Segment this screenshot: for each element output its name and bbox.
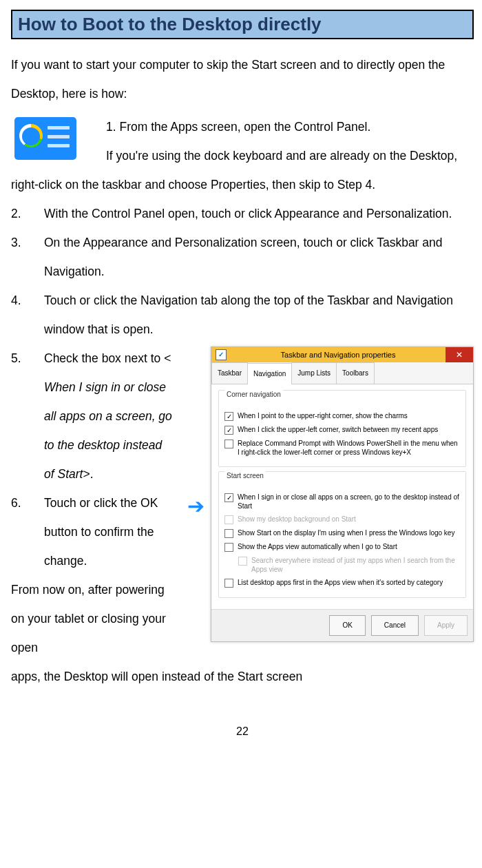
tab-jumplists[interactable]: Jump Lists [291, 362, 337, 384]
group-start-label: Start screen [224, 468, 266, 484]
checkbox-powershell-label: Replace Command Prompt with Windows Powe… [238, 439, 460, 457]
step2-number: 2. [11, 199, 44, 228]
checkbox-bg-start[interactable] [224, 515, 233, 524]
step4-text: Touch or click the Navigation tab along … [44, 286, 474, 344]
checkbox-signin-desktop-label: When I sign in or close all apps on a sc… [238, 493, 460, 510]
step3-number: 3. [11, 228, 44, 286]
step6-number: 6. [11, 488, 44, 575]
cancel-button[interactable]: Cancel [371, 615, 419, 636]
dialog-title: Taskbar and Navigation properties [231, 346, 446, 364]
step5-number: 5. [11, 344, 44, 488]
ok-button[interactable]: OK [329, 615, 365, 636]
checkbox-list-desktop-first[interactable] [224, 579, 233, 588]
checkbox-show-start-display-label: Show Start on the display I'm using when… [238, 528, 454, 537]
close-icon[interactable]: ✕ [446, 347, 473, 362]
checkbox-charms-label: When I point to the upper-right corner, … [238, 411, 408, 420]
intro-text: If you want to start your computer to sk… [11, 50, 474, 108]
step1-line1: 1. From the Apps screen, open the Contro… [11, 112, 474, 141]
step3-text: On the Appearance and Personalization sc… [44, 228, 474, 286]
checkbox-list-desktop-first-label: List desktop apps first in the Apps view… [238, 578, 443, 587]
checkbox-search-everywhere [238, 557, 247, 566]
arrow-icon: ➔ [181, 482, 210, 531]
checkbox-apps-view[interactable] [224, 543, 233, 552]
checkbox-apps-view-label: Show the Apps view automatically when I … [238, 542, 397, 551]
tab-taskbar[interactable]: Taskbar [211, 362, 248, 384]
checkbox-recent-apps[interactable]: ✓ [224, 426, 233, 435]
conclusion-part2: apps, the Desktop will open instead of t… [11, 662, 474, 691]
step5-text: Check the box next to < When I sign in o… [44, 344, 174, 488]
step6-text: Touch or click the OK button to confirm … [44, 488, 174, 575]
step4-number: 4. [11, 286, 44, 344]
checkbox-recent-apps-label: When I click the upper-left corner, swit… [238, 425, 438, 434]
control-panel-icon [11, 112, 80, 164]
apply-button[interactable]: Apply [424, 615, 468, 636]
checkbox-search-everywhere-label: Search everywhere instead of just my app… [251, 556, 460, 574]
step2-text: With the Control Panel open, touch or cl… [44, 199, 474, 228]
checkbox-show-start-display[interactable] [224, 529, 233, 538]
tab-toolbars[interactable]: Toolbars [336, 362, 375, 384]
tab-navigation[interactable]: Navigation [247, 363, 292, 384]
group-corner-label: Corner navigation [224, 386, 283, 403]
properties-dialog: ✓ Taskbar and Navigation properties ✕ Ta… [211, 347, 474, 642]
checkbox-charms[interactable]: ✓ [224, 412, 233, 421]
checkbox-bg-start-label: Show my desktop background on Start [238, 515, 356, 524]
page-number: 22 [11, 725, 474, 738]
checkbox-powershell[interactable] [224, 440, 233, 448]
step1-line2: If you're using the dock keyboard and ar… [11, 141, 474, 199]
checkbox-signin-desktop[interactable]: ✓ [224, 493, 233, 502]
window-system-icon: ✓ [216, 349, 227, 360]
page-title: How to Boot to the Desktop directly [11, 10, 474, 39]
